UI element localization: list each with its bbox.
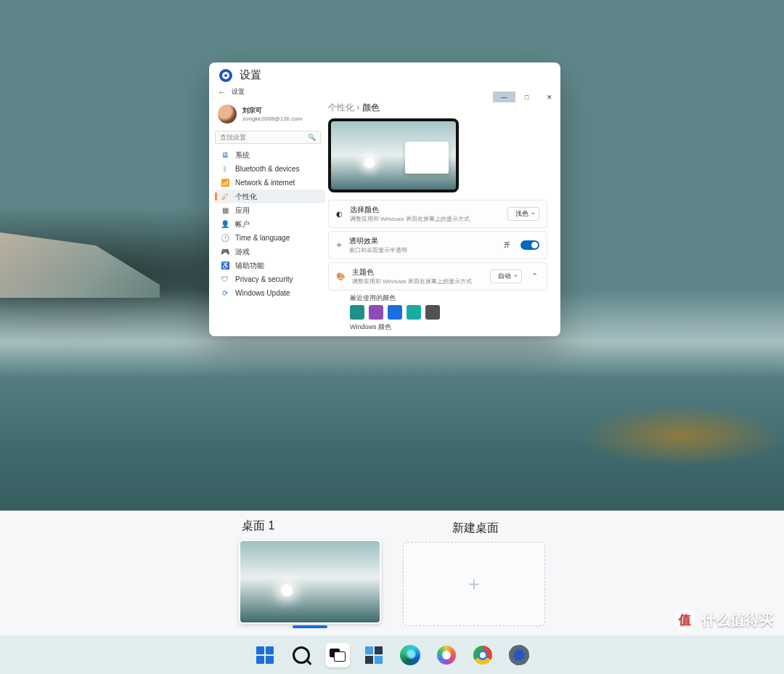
nav-label: Bluetooth & devices bbox=[235, 165, 299, 173]
window-subtitle: 设置 bbox=[232, 87, 245, 97]
transparency-state: 开 bbox=[504, 240, 510, 250]
nav-icon: 📶 bbox=[221, 179, 229, 187]
card-choose-mode[interactable]: ◐ 选择颜色 调整应用和 Windows 界面在屏幕上的显示方式 浅色 bbox=[328, 200, 547, 228]
nav-item-9[interactable]: 🛡Privacy & security bbox=[215, 272, 325, 286]
card-transparency[interactable]: ✧ 透明效果 窗口和表面显示半透明 开 bbox=[328, 231, 547, 259]
profile-block[interactable]: 刘宗可 zongke2008@126.com bbox=[215, 102, 325, 129]
task-view-button[interactable] bbox=[325, 643, 350, 667]
close-button[interactable]: ✕ bbox=[538, 92, 560, 102]
window-titlebar[interactable]: 设置 bbox=[209, 62, 560, 86]
nav-icon: 🛡 bbox=[221, 275, 229, 284]
profile-email: zongke2008@126.com bbox=[242, 115, 302, 122]
mode-title: 选择颜色 bbox=[350, 205, 470, 215]
nav-icon: 🎮 bbox=[221, 248, 229, 256]
accent-expand-icon[interactable]: ⌃ bbox=[529, 272, 539, 281]
transparency-toggle[interactable] bbox=[520, 240, 539, 250]
accent-title: 主题色 bbox=[352, 267, 472, 277]
nav-label: Privacy & security bbox=[235, 275, 293, 283]
window-controls: — □ ✕ bbox=[493, 92, 560, 102]
breadcrumb-current: 颜色 bbox=[362, 102, 380, 113]
nav-item-1[interactable]: ᛒBluetooth & devices bbox=[215, 162, 325, 176]
new-desktop-label: 新建桌面 bbox=[403, 521, 545, 536]
nav-item-3[interactable]: 🖊个性化 bbox=[215, 190, 325, 203]
theme-preview bbox=[328, 118, 459, 192]
new-desktop-button[interactable]: ＋ bbox=[403, 542, 545, 626]
transparency-sub: 窗口和表面显示半透明 bbox=[349, 246, 407, 254]
nav-icon: ⟳ bbox=[221, 289, 229, 298]
watermark: 值 什么值得买 bbox=[674, 609, 774, 630]
settings-window: 设置 ← 设置 — □ ✕ 刘宗可 zongke2008@126.com 查找设… bbox=[209, 62, 560, 336]
recent-swatch-2[interactable] bbox=[388, 305, 402, 320]
recent-swatch-3[interactable] bbox=[407, 305, 421, 320]
nav-item-5[interactable]: 👤帐户 bbox=[215, 217, 325, 231]
nav-item-2[interactable]: 📶Network & internet bbox=[215, 176, 325, 190]
nav-label: Network & internet bbox=[235, 179, 295, 187]
watermark-badge: 值 bbox=[674, 609, 695, 630]
accent-sub: 调整应用和 Windows 界面在屏幕上的显示方式 bbox=[352, 277, 472, 285]
window-title: 设置 bbox=[240, 68, 261, 82]
nav-label: Time & language bbox=[235, 234, 290, 242]
nav-item-4[interactable]: ▦应用 bbox=[215, 203, 325, 217]
search-icon: 🔍 bbox=[308, 134, 316, 141]
windows-colors-label: Windows 颜色 bbox=[350, 322, 547, 331]
taskbar bbox=[0, 636, 784, 674]
settings-taskbar-icon[interactable] bbox=[507, 643, 531, 667]
nav-icon: 🖥 bbox=[221, 151, 229, 160]
breadcrumb: 个性化 › 颜色 bbox=[328, 102, 547, 114]
profile-name: 刘宗可 bbox=[242, 106, 302, 115]
nav-item-7[interactable]: 🎮游戏 bbox=[215, 245, 325, 259]
nav-label: Windows Update bbox=[235, 289, 290, 297]
recent-swatch-4[interactable] bbox=[425, 305, 440, 320]
nav-item-0[interactable]: 🖥系统 bbox=[215, 148, 325, 162]
chrome-icon[interactable] bbox=[470, 643, 495, 667]
transparency-title: 透明效果 bbox=[349, 236, 407, 246]
card-accent[interactable]: 🎨 主题色 调整应用和 Windows 界面在屏幕上的显示方式 自动 ⌃ bbox=[328, 262, 547, 291]
mode-sub: 调整应用和 Windows 界面在屏幕上的显示方式 bbox=[350, 215, 470, 223]
nav-label: 帐户 bbox=[235, 219, 250, 230]
recent-swatch-1[interactable] bbox=[369, 305, 383, 320]
accent-icon: 🎨 bbox=[336, 272, 345, 280]
nav-icon: 🖊 bbox=[221, 192, 229, 201]
nav-label: 系统 bbox=[235, 150, 250, 161]
widgets-button[interactable] bbox=[362, 643, 386, 667]
nav-item-6[interactable]: 🕐Time & language bbox=[215, 231, 325, 245]
nav-icon: 👤 bbox=[221, 220, 229, 229]
nav-item-8[interactable]: ♿辅助功能 bbox=[215, 259, 325, 272]
mode-dropdown[interactable]: 浅色 bbox=[507, 207, 539, 221]
nav-label: 个性化 bbox=[235, 192, 257, 202]
avatar bbox=[218, 105, 237, 123]
accent-dropdown[interactable]: 自动 bbox=[490, 269, 522, 283]
nav-icon: ♿ bbox=[221, 261, 229, 270]
virtual-desktops-panel: 桌面 1 新建桌面 ＋ bbox=[0, 511, 784, 636]
breadcrumb-parent[interactable]: 个性化 bbox=[328, 102, 354, 113]
settings-content: 个性化 › 颜色 ◐ 选择颜色 调整应用和 Windows 界面在屏幕上的显示方… bbox=[325, 97, 560, 331]
edge-icon[interactable] bbox=[398, 643, 422, 667]
start-button[interactable] bbox=[253, 643, 277, 667]
nav-label: 辅助功能 bbox=[235, 261, 264, 271]
minimize-button[interactable]: — bbox=[493, 92, 515, 102]
mode-icon: ◐ bbox=[336, 210, 343, 218]
taskbar-search[interactable] bbox=[289, 643, 314, 667]
back-button[interactable]: ← bbox=[218, 88, 226, 97]
desktop-1-thumb[interactable] bbox=[239, 540, 381, 624]
nav-label: 应用 bbox=[235, 206, 250, 216]
search-input[interactable]: 查找设置 🔍 bbox=[215, 131, 321, 144]
settings-gear-icon bbox=[219, 69, 232, 82]
new-desktop[interactable]: 新建桌面 ＋ bbox=[403, 521, 545, 626]
transparency-icon: ✧ bbox=[336, 241, 342, 249]
watermark-text: 什么值得买 bbox=[701, 610, 774, 630]
recent-swatch-0[interactable] bbox=[350, 305, 364, 320]
nav-label: 游戏 bbox=[235, 247, 250, 257]
browser-icon[interactable] bbox=[434, 643, 459, 667]
settings-sidebar: 刘宗可 zongke2008@126.com 查找设置 🔍 🖥系统ᛒBlueto… bbox=[209, 97, 325, 331]
desktop-1-label: 桌面 1 bbox=[239, 519, 381, 534]
desktop-1-active-indicator bbox=[293, 625, 327, 628]
nav-icon: ᛒ bbox=[221, 165, 229, 174]
maximize-button[interactable]: □ bbox=[515, 92, 538, 102]
desktop-1[interactable]: 桌面 1 bbox=[239, 519, 381, 628]
nav-icon: 🕐 bbox=[221, 234, 229, 243]
nav-item-10[interactable]: ⟳Windows Update bbox=[215, 286, 325, 300]
nav-icon: ▦ bbox=[221, 206, 229, 215]
recent-colors-label: 最近使用的颜色 bbox=[350, 293, 547, 303]
search-placeholder: 查找设置 bbox=[220, 133, 246, 142]
